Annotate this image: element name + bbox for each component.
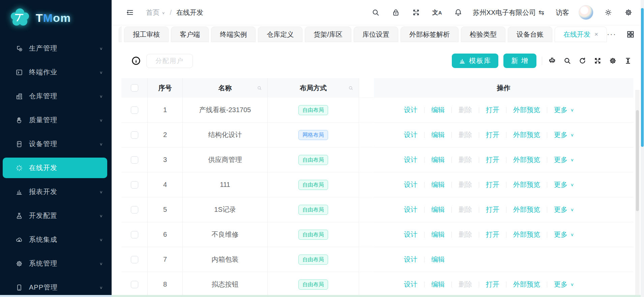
table-search-icon[interactable] <box>562 56 573 66</box>
op-link-more[interactable]: 更多∨ <box>554 130 574 139</box>
sidebar-item-device-mgmt[interactable]: 设备管理 ∨ <box>0 132 112 156</box>
op-link-edit[interactable]: 编辑 <box>431 105 445 114</box>
op-link-preview[interactable]: 外部预览 <box>513 130 540 139</box>
col-header-layout[interactable]: 布局方式 <box>268 78 359 98</box>
op-link-edit[interactable]: 编辑 <box>431 155 445 164</box>
op-link-edit[interactable]: 编辑 <box>431 255 445 264</box>
collapse-sidebar-icon[interactable] <box>124 7 135 18</box>
op-link-open[interactable]: 打开 <box>486 130 499 139</box>
row-checkbox[interactable] <box>131 206 138 213</box>
refresh-icon[interactable] <box>577 56 588 66</box>
tab-item[interactable]: 检验类型 <box>461 27 505 42</box>
chevron-down-icon[interactable]: ∨ <box>99 118 103 122</box>
chevron-down-icon[interactable]: ∨ <box>99 285 103 290</box>
row-checkbox[interactable] <box>131 156 138 164</box>
page-scrollbar[interactable] <box>641 0 644 297</box>
op-link-design[interactable]: 设计 <box>404 280 417 289</box>
sidebar-item-production-mgmt[interactable]: 生产管理 ∨ <box>0 36 112 60</box>
notification-bell-icon[interactable] <box>453 7 464 18</box>
op-link-design[interactable]: 设计 <box>404 205 417 214</box>
tab-item[interactable]: 货架/库区 <box>305 27 351 42</box>
table-settings-gear-icon[interactable] <box>608 56 618 66</box>
tab-item[interactable]: 仓库定义 <box>258 27 302 42</box>
op-link-open[interactable]: 打开 <box>486 280 499 289</box>
search-icon[interactable] <box>370 7 381 18</box>
sidebar-item-warehouse-mgmt[interactable]: 仓库管理 ∨ <box>0 84 112 108</box>
op-link-edit[interactable]: 编辑 <box>431 280 445 289</box>
sidebar-item-system-mgmt[interactable]: 系统管理 ∨ <box>0 252 112 275</box>
row-checkbox[interactable] <box>131 231 138 238</box>
info-icon[interactable] <box>131 56 141 65</box>
sidebar-item-dev-config[interactable]: 开发配置 ∨ <box>0 204 112 228</box>
op-link-preview[interactable]: 外部预览 <box>513 230 540 239</box>
tab-item[interactable]: 终端实例 <box>211 27 256 42</box>
op-link-open[interactable]: 打开 <box>486 155 499 164</box>
table-fullscreen-icon[interactable] <box>592 56 603 66</box>
op-link-edit[interactable]: 编辑 <box>431 130 445 139</box>
op-link-design[interactable]: 设计 <box>404 155 417 164</box>
op-link-open[interactable]: 打开 <box>486 180 499 189</box>
op-link-edit[interactable]: 编辑 <box>431 180 445 189</box>
app-logo[interactable]: TMom <box>0 0 112 34</box>
sidebar-item-online-dev[interactable]: 在线开发 ∨ <box>3 158 107 178</box>
column-search-icon[interactable] <box>348 86 353 91</box>
op-link-design[interactable]: 设计 <box>404 255 417 264</box>
op-link-open[interactable]: 打开 <box>486 230 499 239</box>
theme-brightness-icon[interactable] <box>603 7 614 18</box>
op-link-more[interactable]: 更多∨ <box>554 105 574 114</box>
sidebar-item-app-mgmt[interactable]: APP管理 ∨ <box>0 275 112 297</box>
op-link-more[interactable]: 更多∨ <box>554 180 574 189</box>
assign-user-button[interactable]: 分配用户 <box>146 54 193 68</box>
op-link-more[interactable]: 更多∨ <box>554 155 574 164</box>
op-link-design[interactable]: 设计 <box>404 230 417 239</box>
chevron-down-icon[interactable]: ∨ <box>99 213 103 218</box>
tab-close-icon[interactable]: × <box>594 31 598 38</box>
table-scrollbar[interactable] <box>635 90 640 297</box>
language-translate-icon[interactable]: 文A <box>431 7 443 18</box>
op-link-open[interactable]: 打开 <box>486 105 499 114</box>
page-scrollbar-thumb[interactable] <box>641 8 644 147</box>
horizontal-scrollbar[interactable] <box>112 295 641 297</box>
row-checkbox[interactable] <box>131 131 138 139</box>
row-checkbox[interactable] <box>131 181 138 189</box>
chevron-down-icon[interactable]: ∨ <box>99 70 103 74</box>
op-link-design[interactable]: 设计 <box>404 180 417 189</box>
op-link-preview[interactable]: 外部预览 <box>513 105 540 114</box>
tab-partial-stub[interactable] <box>119 27 122 42</box>
row-checkbox[interactable] <box>131 281 138 288</box>
table-scrollbar-thumb[interactable] <box>636 110 639 211</box>
chevron-down-icon[interactable]: ∨ <box>99 46 103 51</box>
company-switcher[interactable]: 苏州XX电子有限公司 ⇆ <box>473 8 544 17</box>
chevron-down-icon[interactable]: ∨ <box>99 261 103 266</box>
tab-item[interactable]: 外部标签解析 <box>401 27 459 42</box>
op-link-more[interactable]: 更多∨ <box>554 280 574 289</box>
chevron-down-icon[interactable]: ∨ <box>99 94 103 98</box>
select-all-checkbox[interactable] <box>131 84 138 92</box>
tab-item[interactable]: 在线开发× <box>555 27 607 42</box>
tab-item[interactable]: 报工审核 <box>124 27 169 42</box>
chevron-down-icon[interactable]: ∨ <box>99 190 103 194</box>
user-avatar[interactable] <box>579 5 593 20</box>
op-link-design[interactable]: 设计 <box>404 105 417 114</box>
op-link-edit[interactable]: 编辑 <box>431 205 445 214</box>
op-link-edit[interactable]: 编辑 <box>431 230 445 239</box>
sidebar-item-system-integration[interactable]: 系统集成 ∨ <box>0 228 112 252</box>
settings-gear-icon[interactable] <box>623 7 634 18</box>
tab-item[interactable]: 库位设置 <box>354 27 398 42</box>
tab-item[interactable]: 设备台账 <box>508 27 552 42</box>
sidebar-item-terminal-ops[interactable]: 终端作业 ∨ <box>0 60 112 84</box>
add-new-button[interactable]: 新 增 <box>503 54 536 68</box>
row-checkbox[interactable] <box>131 106 138 114</box>
sidebar-item-quality-mgmt[interactable]: 质量管理 ∨ <box>0 108 112 132</box>
more-tabs-icon[interactable]: ··· <box>607 30 616 39</box>
row-height-icon[interactable] <box>623 56 633 66</box>
op-link-more[interactable]: 更多∨ <box>554 230 574 239</box>
chevron-down-icon[interactable]: ∨ <box>162 11 165 15</box>
row-checkbox[interactable] <box>131 256 138 263</box>
op-link-preview[interactable]: 外部预览 <box>513 205 540 214</box>
breadcrumb-home[interactable]: 首页 <box>146 8 159 17</box>
op-link-preview[interactable]: 外部预览 <box>513 155 540 164</box>
col-header-name[interactable]: 名称 <box>183 78 268 98</box>
op-link-open[interactable]: 打开 <box>486 205 499 214</box>
lock-screen-icon[interactable] <box>390 7 401 18</box>
